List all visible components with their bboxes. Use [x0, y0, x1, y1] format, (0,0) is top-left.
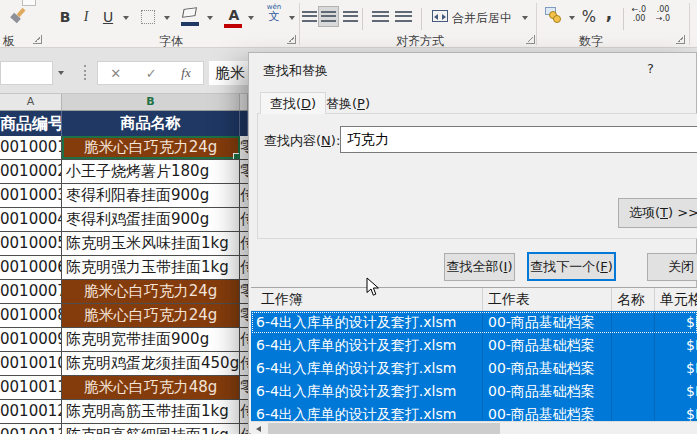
underline-button[interactable]: U	[100, 7, 116, 27]
product-name-cell[interactable]: 小王子烧烤薯片180g	[62, 160, 240, 183]
column-header-b[interactable]: B	[62, 94, 240, 110]
help-button[interactable]: ?	[647, 61, 654, 76]
product-name-cell-highlighted[interactable]: 脆米心白巧克力24g	[62, 280, 240, 303]
scrollbar-thumb[interactable]	[268, 423, 500, 434]
product-code-cell[interactable]: 0010009	[0, 328, 62, 351]
decrease-decimal-button[interactable]: .00 →.0	[652, 5, 674, 23]
table-row[interactable]: 0010005 陈克明玉米风味挂面1kg 传	[0, 232, 248, 256]
dialog-launcher-icon[interactable]	[526, 35, 535, 44]
close-button[interactable]: 关闭	[647, 253, 697, 281]
table-row[interactable]: 0010012 陈克明高筋玉带挂面1kg 传	[0, 400, 248, 424]
italic-button[interactable]: I	[79, 7, 93, 27]
table-row[interactable]: 0010007 脆米心白巧克力24g 零	[0, 280, 248, 304]
find-all-button[interactable]: 查找全部(I)	[444, 253, 515, 281]
table-row[interactable]: 0010004 枣得利鸡蛋挂面900g 传	[0, 208, 248, 232]
result-row-selected[interactable]: 6-4出入库单的设计及套打.xlsm 00-商品基础档案 $B	[251, 380, 697, 403]
product-name-cell[interactable]: 陈克明宽带挂面900g	[62, 328, 240, 351]
results-header-workbook[interactable]: 工作簿	[261, 291, 303, 309]
tab-replace[interactable]: 替换(P)	[317, 94, 379, 114]
align-right-icon[interactable]	[343, 11, 358, 22]
merge-center-label[interactable]: 合并后居中	[452, 10, 512, 27]
phonetic-guide-button[interactable]: wén 文	[262, 3, 286, 23]
fill-color-dropdown-icon[interactable]	[207, 16, 213, 20]
product-code-cell[interactable]: 0010006	[0, 256, 62, 279]
phonetic-dropdown-icon[interactable]	[289, 16, 295, 20]
insert-function-icon[interactable]: fx	[181, 65, 190, 81]
fill-color-icon[interactable]	[182, 7, 197, 18]
name-box[interactable]	[0, 61, 53, 85]
table-row[interactable]: 0010010 陈克明鸡蛋龙须挂面450g 传	[0, 352, 248, 376]
product-name-cell[interactable]: 陈克明高筋细圆挂面1kg	[62, 424, 240, 434]
product-name-cell-highlighted[interactable]: 脆米心白巧克力48g	[62, 376, 240, 399]
merge-center-icon[interactable]	[432, 10, 448, 22]
scroll-left-arrow-icon[interactable]	[256, 426, 261, 432]
percent-style-button[interactable]: %	[580, 7, 598, 27]
font-color-dropdown-icon[interactable]	[248, 16, 254, 20]
results-header-cell[interactable]: 单元格	[660, 291, 697, 309]
accounting-dropdown-icon[interactable]	[569, 16, 575, 20]
increase-decimal-button[interactable]: ←.0 .00	[628, 5, 650, 23]
product-code-cell[interactable]: 0010002	[0, 160, 62, 183]
product-code-cell[interactable]: 0010004	[0, 208, 62, 231]
find-next-button-default[interactable]: 查找下一个(F)	[527, 252, 616, 281]
product-code-cell[interactable]: 0010008	[0, 304, 62, 327]
table-row[interactable]: 0010003 枣得利阳春挂面900g 传	[0, 184, 248, 208]
results-header-name[interactable]: 名称	[617, 291, 645, 309]
product-name-cell-highlighted[interactable]: 脆米心白巧克力24g	[62, 304, 240, 327]
dialog-launcher-icon[interactable]	[676, 35, 685, 44]
enter-check-icon[interactable]: ✓	[146, 66, 157, 81]
comma-style-button[interactable]: ,	[602, 3, 616, 23]
product-code-cell[interactable]: 0010003	[0, 184, 62, 207]
results-header-worksheet[interactable]: 工作表	[488, 291, 530, 309]
table-row[interactable]: 0010013 陈克明高筋细圆挂面1kg 传	[0, 424, 248, 434]
decrease-indent-icon[interactable]	[372, 11, 389, 22]
table-row[interactable]: 0010009 陈克明宽带挂面900g 传	[0, 328, 248, 352]
options-button[interactable]: 选项(T) >>	[618, 198, 697, 228]
table-row[interactable]: 0010002 小王子烧烤薯片180g 零	[0, 160, 248, 184]
column-header-c[interactable]	[240, 94, 248, 110]
font-color-button[interactable]: A	[226, 5, 242, 25]
header-product-name[interactable]: 商品名称	[62, 111, 240, 136]
increase-indent-icon[interactable]	[395, 11, 412, 22]
product-name-cell[interactable]: 枣得利鸡蛋挂面900g	[62, 208, 240, 231]
table-row[interactable]: 0010011 脆米心白巧克力48g 零	[0, 376, 248, 400]
find-what-input[interactable]	[340, 126, 697, 153]
horizontal-scrollbar[interactable]	[251, 421, 697, 434]
dialog-launcher-icon[interactable]	[33, 35, 42, 44]
paste-icon[interactable]	[22, 0, 36, 6]
product-name-cell[interactable]: 陈克明强力玉带挂面1kg	[62, 256, 240, 279]
result-row-selected[interactable]: 6-4出入库单的设计及套打.xlsm 00-商品基础档案 $B	[251, 357, 697, 380]
product-code-cell[interactable]: 0010011	[0, 376, 62, 399]
product-code-cell[interactable]: 0010012	[0, 400, 62, 423]
group-divider	[299, 3, 300, 45]
product-name-cell[interactable]: 枣得利阳春挂面900g	[62, 184, 240, 207]
table-row[interactable]: 0010006 陈克明强力玉带挂面1kg 传	[0, 256, 248, 280]
tab-find[interactable]: 查找(D)	[260, 92, 326, 114]
header-product-code[interactable]: 商品编号	[0, 111, 62, 136]
product-code-cell[interactable]: 0010005	[0, 232, 62, 255]
product-name-cell-active-found[interactable]: 脆米心白巧克力24g	[62, 136, 240, 159]
table-row[interactable]: 0010001 脆米心白巧克力24g 零	[0, 136, 248, 160]
product-name-cell[interactable]: 陈克明鸡蛋龙须挂面450g	[62, 352, 240, 375]
name-box-dropdown-icon[interactable]	[58, 71, 64, 75]
result-row-selected[interactable]: 6-4出入库单的设计及套打.xlsm 00-商品基础档案 $B	[251, 334, 697, 357]
product-code-cell[interactable]: 0010007	[0, 280, 62, 303]
merge-center-dropdown-icon[interactable]	[522, 16, 528, 20]
result-row-selected[interactable]: 6-4出入库单的设计及套打.xlsm 00-商品基础档案 $B	[251, 311, 697, 334]
column-header-a[interactable]: A	[0, 94, 62, 110]
cancel-icon[interactable]: ✕	[110, 66, 121, 81]
borders-icon[interactable]	[141, 10, 155, 24]
borders-dropdown-icon[interactable]	[164, 16, 170, 20]
product-name-cell[interactable]: 陈克明玉米风味挂面1kg	[62, 232, 240, 255]
product-code-cell[interactable]: 0010013	[0, 424, 62, 434]
product-name-cell[interactable]: 陈克明高筋玉带挂面1kg	[62, 400, 240, 423]
product-code-cell[interactable]: 0010001	[0, 136, 62, 159]
align-center-icon[interactable]	[321, 11, 336, 22]
align-left-icon[interactable]	[302, 11, 317, 22]
underline-dropdown-icon[interactable]	[123, 16, 129, 20]
dialog-launcher-icon[interactable]	[287, 35, 296, 44]
bold-button[interactable]: B	[57, 7, 73, 27]
table-row[interactable]: 0010008 脆米心白巧克力24g 零	[0, 304, 248, 328]
results-header-row: 工作簿 工作表 名称 单元格	[251, 288, 697, 311]
product-code-cell[interactable]: 0010010	[0, 352, 62, 375]
